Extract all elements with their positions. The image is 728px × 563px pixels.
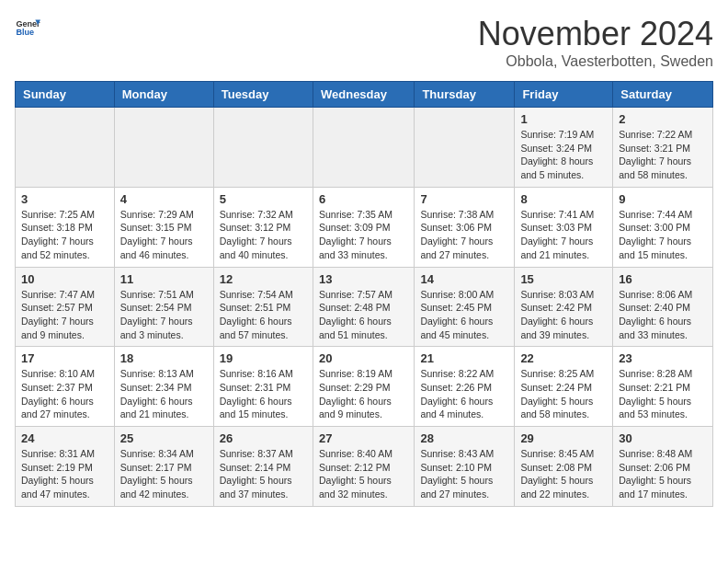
weekday-header-tuesday: Tuesday [213, 82, 313, 108]
day-number: 6 [319, 192, 408, 206]
calendar-cell: 6Sunrise: 7:35 AM Sunset: 3:09 PM Daylig… [313, 187, 414, 267]
calendar-week-row: 24Sunrise: 8:31 AM Sunset: 2:19 PM Dayli… [16, 427, 713, 507]
calendar-table: SundayMondayTuesdayWednesdayThursdayFrid… [15, 81, 713, 507]
day-number: 26 [220, 431, 307, 445]
calendar-week-row: 10Sunrise: 7:47 AM Sunset: 2:57 PM Dayli… [16, 267, 713, 347]
day-info: Sunrise: 7:51 AM Sunset: 2:54 PM Dayligh… [120, 288, 208, 342]
day-number: 28 [420, 431, 508, 445]
day-number: 2 [619, 112, 707, 126]
day-number: 21 [420, 351, 508, 365]
day-number: 3 [21, 192, 108, 206]
calendar-cell: 4Sunrise: 7:29 AM Sunset: 3:15 PM Daylig… [114, 187, 213, 267]
calendar-cell: 14Sunrise: 8:00 AM Sunset: 2:45 PM Dayli… [415, 267, 515, 347]
month-title: November 2024 [478, 15, 713, 53]
calendar-cell [415, 108, 515, 188]
calendar-cell: 3Sunrise: 7:25 AM Sunset: 3:18 PM Daylig… [16, 187, 115, 267]
day-info: Sunrise: 8:06 AM Sunset: 2:40 PM Dayligh… [619, 288, 707, 342]
day-info: Sunrise: 8:34 AM Sunset: 2:17 PM Dayligh… [120, 447, 208, 501]
calendar-cell [114, 108, 213, 188]
day-info: Sunrise: 8:03 AM Sunset: 2:42 PM Dayligh… [520, 288, 607, 342]
day-info: Sunrise: 8:25 AM Sunset: 2:24 PM Dayligh… [520, 367, 607, 421]
day-info: Sunrise: 8:45 AM Sunset: 2:08 PM Dayligh… [520, 447, 607, 501]
weekday-header-thursday: Thursday [415, 82, 515, 108]
day-number: 22 [520, 351, 607, 365]
calendar-cell: 29Sunrise: 8:45 AM Sunset: 2:08 PM Dayli… [515, 427, 613, 507]
day-number: 18 [120, 351, 208, 365]
day-info: Sunrise: 7:38 AM Sunset: 3:06 PM Dayligh… [420, 208, 508, 262]
calendar-cell [313, 108, 414, 188]
day-info: Sunrise: 7:19 AM Sunset: 3:24 PM Dayligh… [520, 128, 607, 182]
day-info: Sunrise: 7:44 AM Sunset: 3:00 PM Dayligh… [619, 208, 707, 262]
logo-icon: General Blue [15, 15, 40, 40]
day-info: Sunrise: 7:32 AM Sunset: 3:12 PM Dayligh… [220, 208, 307, 262]
day-info: Sunrise: 8:37 AM Sunset: 2:14 PM Dayligh… [220, 447, 307, 501]
calendar-cell: 10Sunrise: 7:47 AM Sunset: 2:57 PM Dayli… [16, 267, 115, 347]
calendar-cell: 1Sunrise: 7:19 AM Sunset: 3:24 PM Daylig… [515, 108, 613, 188]
calendar-cell: 18Sunrise: 8:13 AM Sunset: 2:34 PM Dayli… [114, 347, 213, 427]
day-number: 17 [21, 351, 108, 365]
day-number: 20 [319, 351, 408, 365]
calendar-cell: 22Sunrise: 8:25 AM Sunset: 2:24 PM Dayli… [515, 347, 613, 427]
day-info: Sunrise: 8:31 AM Sunset: 2:19 PM Dayligh… [21, 447, 108, 501]
calendar-cell [213, 108, 313, 188]
svg-text:Blue: Blue [16, 28, 34, 37]
page-header: General Blue November 2024 Obbola, Vaest… [15, 15, 713, 70]
day-info: Sunrise: 8:40 AM Sunset: 2:12 PM Dayligh… [319, 447, 408, 501]
location-title: Obbola, Vaesterbotten, Sweden [478, 53, 713, 70]
day-number: 8 [520, 192, 607, 206]
day-info: Sunrise: 8:28 AM Sunset: 2:21 PM Dayligh… [619, 367, 707, 421]
day-info: Sunrise: 7:29 AM Sunset: 3:15 PM Dayligh… [120, 208, 208, 262]
weekday-header-monday: Monday [114, 82, 213, 108]
day-info: Sunrise: 8:48 AM Sunset: 2:06 PM Dayligh… [619, 447, 707, 501]
day-info: Sunrise: 7:54 AM Sunset: 2:51 PM Dayligh… [220, 288, 307, 342]
weekday-header-saturday: Saturday [613, 82, 713, 108]
day-number: 12 [220, 272, 307, 286]
day-number: 29 [520, 431, 607, 445]
calendar-cell: 15Sunrise: 8:03 AM Sunset: 2:42 PM Dayli… [515, 267, 613, 347]
weekday-header-sunday: Sunday [16, 82, 115, 108]
calendar-cell: 19Sunrise: 8:16 AM Sunset: 2:31 PM Dayli… [213, 347, 313, 427]
day-info: Sunrise: 8:13 AM Sunset: 2:34 PM Dayligh… [120, 367, 208, 421]
day-number: 23 [619, 351, 707, 365]
day-number: 25 [120, 431, 208, 445]
weekday-header-friday: Friday [515, 82, 613, 108]
title-area: November 2024 Obbola, Vaesterbotten, Swe… [478, 15, 713, 70]
calendar-cell: 13Sunrise: 7:57 AM Sunset: 2:48 PM Dayli… [313, 267, 414, 347]
day-info: Sunrise: 8:16 AM Sunset: 2:31 PM Dayligh… [220, 367, 307, 421]
day-number: 19 [220, 351, 307, 365]
calendar-cell: 27Sunrise: 8:40 AM Sunset: 2:12 PM Dayli… [313, 427, 414, 507]
weekday-header-row: SundayMondayTuesdayWednesdayThursdayFrid… [16, 82, 713, 108]
day-number: 14 [420, 272, 508, 286]
calendar-cell: 17Sunrise: 8:10 AM Sunset: 2:37 PM Dayli… [16, 347, 115, 427]
calendar-cell: 30Sunrise: 8:48 AM Sunset: 2:06 PM Dayli… [613, 427, 713, 507]
day-number: 5 [220, 192, 307, 206]
calendar-cell: 5Sunrise: 7:32 AM Sunset: 3:12 PM Daylig… [213, 187, 313, 267]
calendar-cell: 7Sunrise: 7:38 AM Sunset: 3:06 PM Daylig… [415, 187, 515, 267]
day-number: 7 [420, 192, 508, 206]
day-info: Sunrise: 7:35 AM Sunset: 3:09 PM Dayligh… [319, 208, 408, 262]
day-number: 10 [21, 272, 108, 286]
weekday-header-wednesday: Wednesday [313, 82, 414, 108]
day-number: 16 [619, 272, 707, 286]
day-number: 30 [619, 431, 707, 445]
day-info: Sunrise: 7:57 AM Sunset: 2:48 PM Dayligh… [319, 288, 408, 342]
day-number: 13 [319, 272, 408, 286]
day-info: Sunrise: 7:41 AM Sunset: 3:03 PM Dayligh… [520, 208, 607, 262]
calendar-cell: 16Sunrise: 8:06 AM Sunset: 2:40 PM Dayli… [613, 267, 713, 347]
day-number: 9 [619, 192, 707, 206]
logo: General Blue [15, 15, 40, 40]
calendar-cell: 26Sunrise: 8:37 AM Sunset: 2:14 PM Dayli… [213, 427, 313, 507]
calendar-cell: 12Sunrise: 7:54 AM Sunset: 2:51 PM Dayli… [213, 267, 313, 347]
day-info: Sunrise: 7:47 AM Sunset: 2:57 PM Dayligh… [21, 288, 108, 342]
calendar-week-row: 1Sunrise: 7:19 AM Sunset: 3:24 PM Daylig… [16, 108, 713, 188]
day-info: Sunrise: 8:22 AM Sunset: 2:26 PM Dayligh… [420, 367, 508, 421]
calendar-week-row: 17Sunrise: 8:10 AM Sunset: 2:37 PM Dayli… [16, 347, 713, 427]
day-info: Sunrise: 7:22 AM Sunset: 3:21 PM Dayligh… [619, 128, 707, 182]
calendar-cell: 24Sunrise: 8:31 AM Sunset: 2:19 PM Dayli… [16, 427, 115, 507]
calendar-cell: 25Sunrise: 8:34 AM Sunset: 2:17 PM Dayli… [114, 427, 213, 507]
day-info: Sunrise: 8:00 AM Sunset: 2:45 PM Dayligh… [420, 288, 508, 342]
day-number: 27 [319, 431, 408, 445]
calendar-cell: 11Sunrise: 7:51 AM Sunset: 2:54 PM Dayli… [114, 267, 213, 347]
calendar-cell: 28Sunrise: 8:43 AM Sunset: 2:10 PM Dayli… [415, 427, 515, 507]
day-info: Sunrise: 8:43 AM Sunset: 2:10 PM Dayligh… [420, 447, 508, 501]
